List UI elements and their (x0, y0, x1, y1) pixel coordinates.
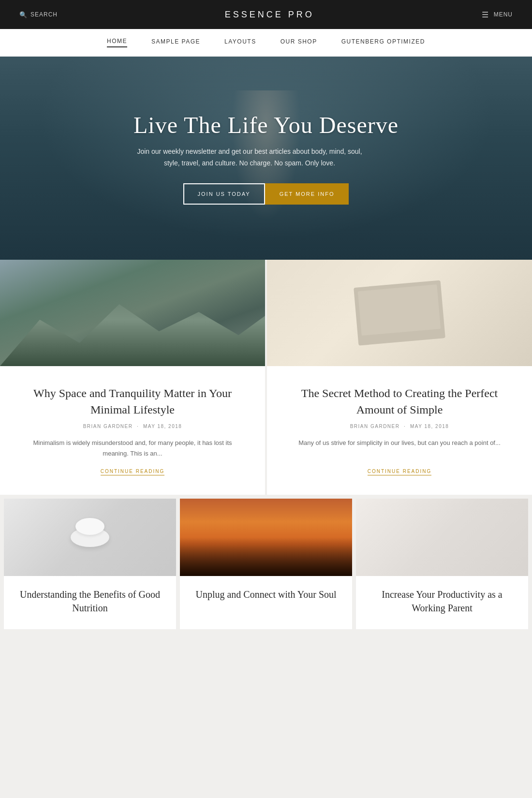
article-meta-1: BRIAN GARDNER · MAY 18, 2018 (83, 424, 182, 429)
hero-content: Live The Life You Deserve Join our weekl… (104, 112, 428, 205)
search-label: SEARCH (30, 11, 58, 18)
small-article-3: Increase Your Productivity as a Working … (356, 499, 528, 629)
small-article-body-1: Understanding the Benefits of Good Nutri… (4, 576, 176, 629)
small-article-title-3: Increase Your Productivity as a Working … (368, 588, 517, 615)
continue-reading-2[interactable]: CONTINUE READING (368, 469, 432, 475)
hero-subtitle: Join our weekly newsletter and get our b… (133, 146, 366, 169)
featured-article-1: Why Space and Tranquility Matter in Your… (0, 260, 265, 495)
join-us-button[interactable]: JOIN US TODAY (183, 183, 265, 205)
hero-section: Live The Life You Deserve Join our weekl… (0, 57, 532, 260)
nav-layouts[interactable]: LAYOUTS (224, 38, 256, 47)
laptop-graphic (354, 280, 445, 345)
site-title: ESSENCE PRO (225, 10, 314, 20)
get-more-info-button[interactable]: GET MORE INFO (265, 183, 349, 205)
small-article-title-2: Unplug and Connect with Your Soul (192, 588, 340, 601)
hero-buttons: JOIN US TODAY GET MORE INFO (133, 183, 399, 205)
nav-gutenberg[interactable]: GUTENBERG OPTIMIZED (341, 38, 425, 47)
search-button[interactable]: 🔍 SEARCH (19, 11, 58, 18)
small-article-title-1: Understanding the Benefits of Good Nutri… (15, 588, 164, 615)
featured-articles-section: Why Space and Tranquility Matter in Your… (0, 260, 532, 495)
article-image-mountains (0, 260, 265, 366)
nav-sample-page[interactable]: SAMPLE PAGE (151, 38, 200, 47)
small-article-body-3: Increase Your Productivity as a Working … (356, 576, 528, 629)
small-article-1: Understanding the Benefits of Good Nutri… (4, 499, 176, 629)
article-image-bowls (4, 499, 176, 576)
menu-button[interactable]: ☰ MENU (482, 10, 513, 19)
menu-label: MENU (494, 11, 513, 18)
article-title-2: The Secret Method to Creating the Perfec… (291, 385, 508, 418)
bowl-graphic (71, 528, 109, 547)
hero-title: Live The Life You Deserve (133, 112, 399, 138)
site-header: 🔍 SEARCH ESSENCE PRO ☰ MENU (0, 0, 532, 29)
small-article-body-2: Unplug and Connect with Your Soul (180, 576, 352, 616)
nav-home[interactable]: HOME (107, 38, 127, 47)
article-image-sunset (180, 499, 352, 576)
article-body-2: The Secret Method to Creating the Perfec… (267, 366, 532, 495)
menu-icon: ☰ (482, 10, 489, 19)
article-image-desk (356, 499, 528, 576)
featured-article-2: The Secret Method to Creating the Perfec… (267, 260, 532, 495)
small-articles-section: Understanding the Benefits of Good Nutri… (0, 495, 532, 633)
article-body-1: Why Space and Tranquility Matter in Your… (0, 366, 265, 495)
article-meta-2: BRIAN GARDNER · MAY 18, 2018 (350, 424, 449, 429)
article-excerpt-1: Minimalism is widely misunderstood and, … (24, 438, 241, 459)
article-title-1: Why Space and Tranquility Matter in Your… (24, 385, 241, 418)
article-image-laptop (267, 260, 532, 366)
search-icon: 🔍 (19, 11, 28, 18)
small-article-2: Unplug and Connect with Your Soul (180, 499, 352, 629)
main-nav: HOME SAMPLE PAGE LAYOUTS OUR SHOP GUTENB… (0, 29, 532, 57)
nav-our-shop[interactable]: OUR SHOP (281, 38, 317, 47)
continue-reading-1[interactable]: CONTINUE READING (101, 469, 165, 475)
article-excerpt-2: Many of us strive for simplicity in our … (298, 438, 501, 448)
